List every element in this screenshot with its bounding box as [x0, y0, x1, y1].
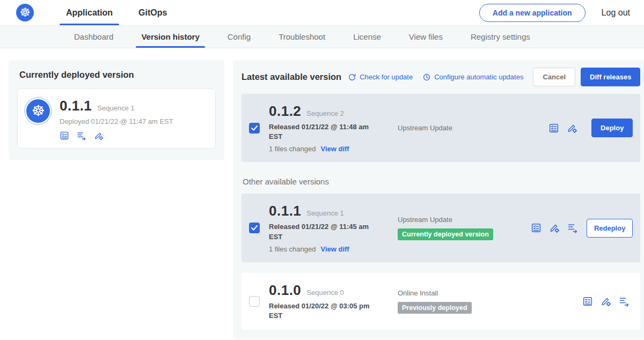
source-label: Upstream Update — [398, 216, 531, 224]
logout-link[interactable]: Log out — [602, 8, 630, 18]
version-select-checkbox[interactable] — [249, 123, 260, 134]
deployed-actions — [60, 131, 173, 141]
view-diff-link[interactable]: View diff — [320, 145, 349, 153]
released-timestamp: Released 01/21/22 @ 11:48 am EST — [269, 122, 374, 142]
sequence-label: Sequence 2 — [306, 109, 343, 117]
latest-version-header: Latest available version Check for updat… — [241, 68, 640, 86]
main-content: Currently deployed version ☸ 0.1.1 Seque… — [0, 48, 644, 340]
deployed-version-card: ☸ 0.1.1 Sequence 1 Deployed 01/21/22 @ 1… — [17, 88, 216, 149]
sequence-label: Sequence 0 — [306, 289, 343, 297]
row-actions — [548, 123, 577, 134]
version-row-0-1-1: 0.1.1 Sequence 1 Released 01/21/22 @ 11:… — [241, 194, 640, 262]
deployed-sequence-label: Sequence 1 — [97, 104, 134, 112]
subnav-license[interactable]: License — [339, 26, 395, 48]
tab-gitops[interactable]: GitOps — [126, 0, 180, 25]
subnav-view-files[interactable]: View files — [395, 26, 457, 48]
view-logs-icon[interactable] — [77, 131, 86, 141]
version-source: Upstream Update — [378, 124, 548, 132]
tab-gitops-label: GitOps — [138, 8, 167, 18]
row-actions — [531, 223, 578, 233]
view-diff-link[interactable]: View diff — [320, 245, 349, 253]
helm-wheel-icon: ☸ — [31, 104, 45, 119]
redeploy-button[interactable]: Redeploy — [587, 219, 633, 238]
app-icon: ☸ — [26, 99, 50, 123]
released-timestamp: Released 01/20/22 @ 03:05 pm EST — [269, 301, 374, 321]
clock-icon — [422, 73, 431, 82]
deployed-panel-title: Currently deployed version — [19, 70, 214, 80]
version-number: 0.1.1 — [269, 203, 301, 219]
version-row-0-1-0: 0.1.0 Sequence 0 Released 01/20/22 @ 03:… — [241, 273, 640, 330]
deploy-button[interactable]: Deploy — [591, 119, 633, 137]
add-new-application-button[interactable]: Add a new application — [479, 4, 586, 22]
version-number: 0.1.0 — [269, 282, 301, 299]
version-row-0-1-2: 0.1.2 Sequence 2 Released 01/21/22 @ 11:… — [241, 94, 640, 162]
edit-config-icon[interactable] — [601, 296, 611, 307]
kots-admin-console: ☸ Application GitOps Add a new applicati… — [0, 0, 644, 340]
other-versions-title: Other available versions — [243, 177, 639, 186]
released-timestamp: Released 01/21/22 @ 11:45 am EST — [269, 222, 374, 241]
kubernetes-logo: ☸ — [16, 4, 34, 21]
configure-automatic-updates-link[interactable]: Configure automatic updates — [422, 73, 523, 82]
version-source: Upstream Update Currently deployed versi… — [378, 216, 531, 240]
subnav-troubleshoot[interactable]: Troubleshoot — [265, 26, 339, 48]
checkmark-icon — [251, 125, 258, 131]
currently-deployed-badge: Currently deployed version — [398, 228, 493, 240]
release-notes-icon[interactable] — [548, 123, 559, 134]
edit-config-icon[interactable] — [549, 223, 560, 233]
release-notes-icon[interactable] — [582, 296, 593, 307]
version-source: Online Install Previously deployed — [378, 289, 582, 314]
currently-deployed-panel: Currently deployed version ☸ 0.1.1 Seque… — [9, 60, 224, 160]
release-notes-icon[interactable] — [60, 131, 69, 141]
subnav-dashboard[interactable]: Dashboard — [60, 26, 127, 48]
files-changed-label: 1 files changed — [269, 145, 316, 153]
source-label: Online Install — [398, 289, 582, 297]
subnav-registry-settings[interactable]: Registry settings — [457, 26, 544, 48]
view-logs-icon[interactable] — [567, 223, 578, 233]
release-notes-icon[interactable] — [531, 223, 541, 233]
version-info: 0.1.2 Sequence 2 Released 01/21/22 @ 11:… — [269, 103, 378, 153]
configure-automatic-updates-label: Configure automatic updates — [434, 73, 523, 81]
previously-deployed-badge: Previously deployed — [398, 302, 472, 314]
view-logs-icon[interactable] — [619, 296, 630, 307]
diff-releases-button[interactable]: Diff releases — [581, 68, 640, 86]
latest-version-title: Latest available version — [241, 72, 341, 82]
helm-wheel-icon: ☸ — [19, 6, 31, 19]
row-actions — [582, 296, 630, 307]
sequence-label: Sequence 1 — [306, 209, 343, 217]
edit-config-icon[interactable] — [94, 131, 104, 141]
source-label: Upstream Update — [398, 124, 548, 132]
version-history-panel: Latest available version Check for updat… — [233, 60, 644, 339]
checkmark-icon — [251, 225, 258, 231]
top-header: ☸ Application GitOps Add a new applicati… — [0, 0, 644, 26]
app-subnav: Dashboard Version history Config Trouble… — [0, 26, 644, 48]
subnav-config[interactable]: Config — [214, 26, 265, 48]
row-spacer — [241, 262, 640, 273]
version-info: 0.1.1 Sequence 1 Released 01/21/22 @ 11:… — [269, 203, 378, 253]
version-number: 0.1.2 — [269, 103, 301, 120]
check-for-update-link[interactable]: Check for update — [348, 73, 413, 82]
check-for-update-label: Check for update — [360, 73, 413, 81]
top-nav: Application GitOps — [53, 0, 180, 25]
tab-application[interactable]: Application — [53, 0, 126, 25]
deployed-timestamp: Deployed 01/21/22 @ 11:47 am EST — [60, 117, 173, 125]
deployed-version-number: 0.1.1 — [60, 98, 92, 114]
cancel-button[interactable]: Cancel — [533, 68, 575, 86]
subnav-version-history[interactable]: Version history — [127, 26, 213, 48]
version-info: 0.1.0 Sequence 0 Released 01/20/22 @ 03:… — [269, 282, 378, 321]
deployed-version-info: 0.1.1 Sequence 1 Deployed 01/21/22 @ 11:… — [60, 98, 173, 141]
tab-application-label: Application — [66, 8, 113, 18]
version-select-checkbox[interactable] — [249, 296, 260, 307]
version-select-checkbox[interactable] — [249, 223, 260, 233]
refresh-icon — [348, 73, 356, 82]
edit-config-icon[interactable] — [567, 123, 577, 134]
files-changed-label: 1 files changed — [269, 245, 316, 253]
